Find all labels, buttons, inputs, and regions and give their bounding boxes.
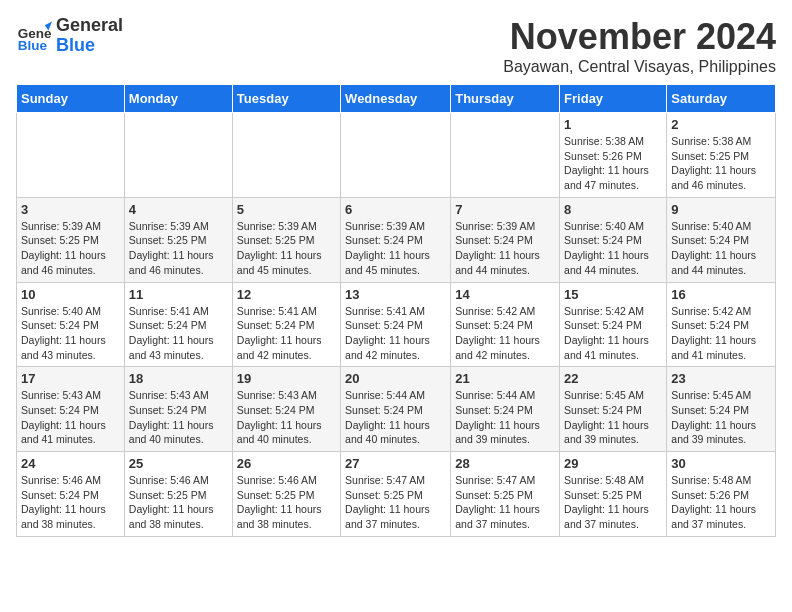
week-row-2: 3Sunrise: 5:39 AM Sunset: 5:25 PM Daylig…: [17, 197, 776, 282]
day-info: Sunrise: 5:43 AM Sunset: 5:24 PM Dayligh…: [237, 388, 336, 447]
day-number: 14: [455, 287, 555, 302]
table-cell: 18Sunrise: 5:43 AM Sunset: 5:24 PM Dayli…: [124, 367, 232, 452]
header-thursday: Thursday: [451, 85, 560, 113]
day-info: Sunrise: 5:39 AM Sunset: 5:25 PM Dayligh…: [237, 219, 336, 278]
day-number: 10: [21, 287, 120, 302]
table-cell: [124, 113, 232, 198]
day-info: Sunrise: 5:39 AM Sunset: 5:25 PM Dayligh…: [21, 219, 120, 278]
day-number: 20: [345, 371, 446, 386]
day-info: Sunrise: 5:40 AM Sunset: 5:24 PM Dayligh…: [671, 219, 771, 278]
logo-icon: General Blue: [16, 18, 52, 54]
day-info: Sunrise: 5:48 AM Sunset: 5:25 PM Dayligh…: [564, 473, 662, 532]
table-cell: 16Sunrise: 5:42 AM Sunset: 5:24 PM Dayli…: [667, 282, 776, 367]
day-info: Sunrise: 5:39 AM Sunset: 5:24 PM Dayligh…: [455, 219, 555, 278]
logo-line2: Blue: [56, 36, 123, 56]
day-info: Sunrise: 5:42 AM Sunset: 5:24 PM Dayligh…: [455, 304, 555, 363]
day-info: Sunrise: 5:41 AM Sunset: 5:24 PM Dayligh…: [129, 304, 228, 363]
table-cell: 25Sunrise: 5:46 AM Sunset: 5:25 PM Dayli…: [124, 452, 232, 537]
table-cell: 7Sunrise: 5:39 AM Sunset: 5:24 PM Daylig…: [451, 197, 560, 282]
table-cell: 3Sunrise: 5:39 AM Sunset: 5:25 PM Daylig…: [17, 197, 125, 282]
day-info: Sunrise: 5:43 AM Sunset: 5:24 PM Dayligh…: [21, 388, 120, 447]
day-number: 30: [671, 456, 771, 471]
day-number: 2: [671, 117, 771, 132]
day-number: 8: [564, 202, 662, 217]
table-cell: [451, 113, 560, 198]
table-cell: 21Sunrise: 5:44 AM Sunset: 5:24 PM Dayli…: [451, 367, 560, 452]
table-cell: 9Sunrise: 5:40 AM Sunset: 5:24 PM Daylig…: [667, 197, 776, 282]
day-info: Sunrise: 5:44 AM Sunset: 5:24 PM Dayligh…: [345, 388, 446, 447]
table-cell: 8Sunrise: 5:40 AM Sunset: 5:24 PM Daylig…: [560, 197, 667, 282]
day-number: 17: [21, 371, 120, 386]
day-info: Sunrise: 5:48 AM Sunset: 5:26 PM Dayligh…: [671, 473, 771, 532]
title-block: November 2024 Bayawan, Central Visayas, …: [503, 16, 776, 76]
day-info: Sunrise: 5:42 AM Sunset: 5:24 PM Dayligh…: [671, 304, 771, 363]
day-number: 23: [671, 371, 771, 386]
day-number: 29: [564, 456, 662, 471]
day-info: Sunrise: 5:45 AM Sunset: 5:24 PM Dayligh…: [671, 388, 771, 447]
day-number: 27: [345, 456, 446, 471]
weekday-header-row: Sunday Monday Tuesday Wednesday Thursday…: [17, 85, 776, 113]
table-cell: 14Sunrise: 5:42 AM Sunset: 5:24 PM Dayli…: [451, 282, 560, 367]
day-number: 19: [237, 371, 336, 386]
day-number: 18: [129, 371, 228, 386]
day-number: 26: [237, 456, 336, 471]
day-number: 13: [345, 287, 446, 302]
table-cell: 2Sunrise: 5:38 AM Sunset: 5:25 PM Daylig…: [667, 113, 776, 198]
day-info: Sunrise: 5:40 AM Sunset: 5:24 PM Dayligh…: [564, 219, 662, 278]
logo: General Blue General Blue: [16, 16, 123, 56]
svg-text:Blue: Blue: [18, 38, 48, 53]
day-number: 9: [671, 202, 771, 217]
table-cell: 30Sunrise: 5:48 AM Sunset: 5:26 PM Dayli…: [667, 452, 776, 537]
day-number: 15: [564, 287, 662, 302]
page-header: General Blue General Blue November 2024 …: [16, 16, 776, 76]
day-info: Sunrise: 5:47 AM Sunset: 5:25 PM Dayligh…: [455, 473, 555, 532]
table-cell: 5Sunrise: 5:39 AM Sunset: 5:25 PM Daylig…: [232, 197, 340, 282]
day-info: Sunrise: 5:45 AM Sunset: 5:24 PM Dayligh…: [564, 388, 662, 447]
day-number: 3: [21, 202, 120, 217]
day-info: Sunrise: 5:40 AM Sunset: 5:24 PM Dayligh…: [21, 304, 120, 363]
table-cell: 26Sunrise: 5:46 AM Sunset: 5:25 PM Dayli…: [232, 452, 340, 537]
location-title: Bayawan, Central Visayas, Philippines: [503, 58, 776, 76]
day-number: 12: [237, 287, 336, 302]
day-number: 16: [671, 287, 771, 302]
day-number: 25: [129, 456, 228, 471]
day-info: Sunrise: 5:41 AM Sunset: 5:24 PM Dayligh…: [345, 304, 446, 363]
table-cell: 1Sunrise: 5:38 AM Sunset: 5:26 PM Daylig…: [560, 113, 667, 198]
table-cell: 28Sunrise: 5:47 AM Sunset: 5:25 PM Dayli…: [451, 452, 560, 537]
day-number: 5: [237, 202, 336, 217]
table-cell: 17Sunrise: 5:43 AM Sunset: 5:24 PM Dayli…: [17, 367, 125, 452]
table-cell: 10Sunrise: 5:40 AM Sunset: 5:24 PM Dayli…: [17, 282, 125, 367]
table-cell: 11Sunrise: 5:41 AM Sunset: 5:24 PM Dayli…: [124, 282, 232, 367]
day-info: Sunrise: 5:44 AM Sunset: 5:24 PM Dayligh…: [455, 388, 555, 447]
table-cell: 24Sunrise: 5:46 AM Sunset: 5:24 PM Dayli…: [17, 452, 125, 537]
header-sunday: Sunday: [17, 85, 125, 113]
calendar-table: Sunday Monday Tuesday Wednesday Thursday…: [16, 84, 776, 537]
week-row-3: 10Sunrise: 5:40 AM Sunset: 5:24 PM Dayli…: [17, 282, 776, 367]
table-cell: 19Sunrise: 5:43 AM Sunset: 5:24 PM Dayli…: [232, 367, 340, 452]
day-info: Sunrise: 5:38 AM Sunset: 5:26 PM Dayligh…: [564, 134, 662, 193]
table-cell: [341, 113, 451, 198]
week-row-4: 17Sunrise: 5:43 AM Sunset: 5:24 PM Dayli…: [17, 367, 776, 452]
day-number: 28: [455, 456, 555, 471]
table-cell: 29Sunrise: 5:48 AM Sunset: 5:25 PM Dayli…: [560, 452, 667, 537]
day-info: Sunrise: 5:41 AM Sunset: 5:24 PM Dayligh…: [237, 304, 336, 363]
month-title: November 2024: [503, 16, 776, 58]
week-row-1: 1Sunrise: 5:38 AM Sunset: 5:26 PM Daylig…: [17, 113, 776, 198]
day-info: Sunrise: 5:46 AM Sunset: 5:24 PM Dayligh…: [21, 473, 120, 532]
table-cell: 4Sunrise: 5:39 AM Sunset: 5:25 PM Daylig…: [124, 197, 232, 282]
header-wednesday: Wednesday: [341, 85, 451, 113]
table-cell: 15Sunrise: 5:42 AM Sunset: 5:24 PM Dayli…: [560, 282, 667, 367]
week-row-5: 24Sunrise: 5:46 AM Sunset: 5:24 PM Dayli…: [17, 452, 776, 537]
day-info: Sunrise: 5:42 AM Sunset: 5:24 PM Dayligh…: [564, 304, 662, 363]
day-number: 6: [345, 202, 446, 217]
day-info: Sunrise: 5:39 AM Sunset: 5:25 PM Dayligh…: [129, 219, 228, 278]
day-number: 4: [129, 202, 228, 217]
day-info: Sunrise: 5:47 AM Sunset: 5:25 PM Dayligh…: [345, 473, 446, 532]
day-info: Sunrise: 5:38 AM Sunset: 5:25 PM Dayligh…: [671, 134, 771, 193]
header-friday: Friday: [560, 85, 667, 113]
header-tuesday: Tuesday: [232, 85, 340, 113]
day-info: Sunrise: 5:46 AM Sunset: 5:25 PM Dayligh…: [129, 473, 228, 532]
day-number: 21: [455, 371, 555, 386]
table-cell: 6Sunrise: 5:39 AM Sunset: 5:24 PM Daylig…: [341, 197, 451, 282]
day-number: 7: [455, 202, 555, 217]
